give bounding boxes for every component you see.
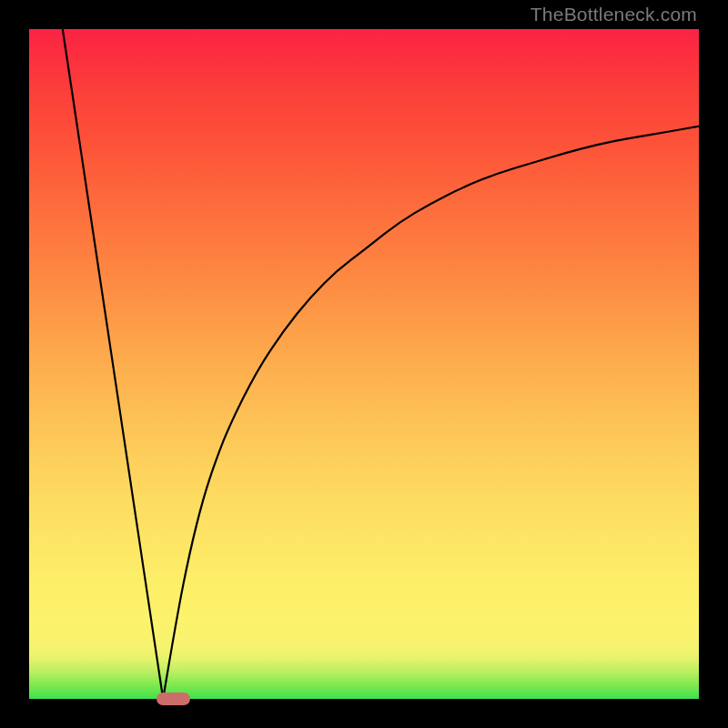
plot-area bbox=[29, 29, 699, 699]
curve-left bbox=[63, 29, 163, 699]
min-marker bbox=[157, 693, 190, 705]
watermark-text: TheBottleneck.com bbox=[531, 4, 697, 25]
curve-layer bbox=[29, 29, 699, 699]
curve-right bbox=[163, 126, 699, 699]
chart-frame: TheBottleneck.com bbox=[0, 0, 728, 728]
